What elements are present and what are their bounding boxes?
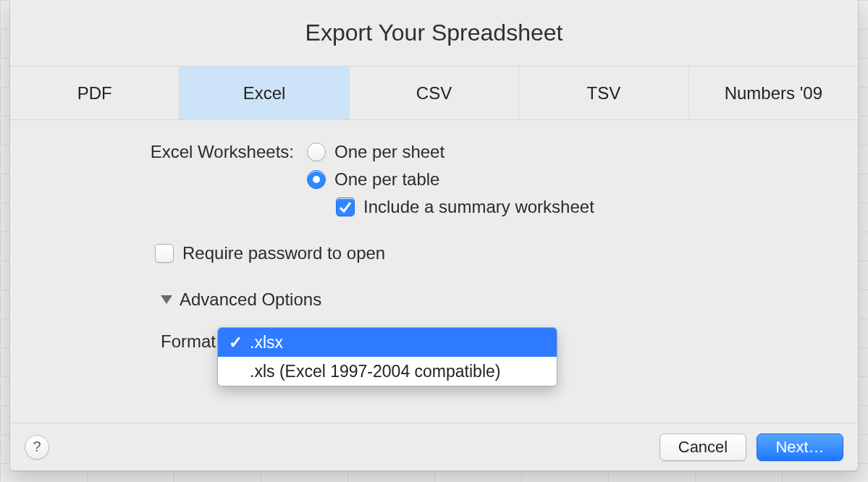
checkbox-include-summary-label: Include a summary worksheet: [363, 197, 594, 217]
dialog-content: Excel Worksheets: One per sheet One per …: [10, 120, 858, 423]
format-label: Format: [161, 327, 217, 352]
radio-one-per-table[interactable]: [307, 170, 326, 189]
format-option-xlsx-label: .xlsx: [250, 333, 283, 352]
worksheets-label: Excel Worksheets:: [39, 142, 307, 162]
tab-numbers09[interactable]: Numbers '09: [689, 67, 858, 119]
dialog-title: Export Your Spreadsheet: [306, 20, 563, 46]
export-dialog: Export Your Spreadsheet PDF Excel CSV TS…: [9, 0, 859, 471]
format-tabs: PDF Excel CSV TSV Numbers '09: [10, 67, 858, 120]
radio-one-per-sheet-label: One per sheet: [334, 142, 444, 162]
format-option-xlsx[interactable]: ✓ .xlsx: [218, 328, 557, 357]
tab-excel[interactable]: Excel: [180, 67, 349, 119]
tab-tsv[interactable]: TSV: [519, 67, 688, 119]
tab-csv[interactable]: CSV: [350, 67, 519, 119]
checkbox-require-password[interactable]: [155, 244, 174, 263]
format-option-xls[interactable]: ✓ .xls (Excel 1997-2004 compatible): [218, 357, 557, 386]
disclosure-triangle-icon: [161, 295, 172, 304]
tab-pdf[interactable]: PDF: [10, 67, 180, 119]
cancel-button[interactable]: Cancel: [660, 434, 746, 461]
radio-one-per-table-label: One per table: [334, 169, 439, 190]
checkbox-require-password-label: Require password to open: [182, 243, 385, 263]
advanced-options-disclosure[interactable]: Advanced Options: [161, 289, 829, 310]
dialog-title-bar: Export Your Spreadsheet: [10, 0, 858, 67]
checkbox-include-summary[interactable]: [336, 198, 355, 216]
radio-one-per-sheet[interactable]: [307, 143, 326, 161]
next-button[interactable]: Next…: [757, 434, 843, 461]
dialog-footer: ? Cancel Next…: [10, 423, 858, 470]
checkmark-icon: ✓: [228, 333, 243, 352]
help-button[interactable]: ?: [25, 435, 49, 460]
format-dropdown[interactable]: ✓ .xlsx ✓ .xls (Excel 1997-2004 compatib…: [217, 327, 557, 386]
advanced-options-label: Advanced Options: [180, 289, 321, 310]
format-option-xls-label: .xls (Excel 1997-2004 compatible): [250, 362, 500, 381]
